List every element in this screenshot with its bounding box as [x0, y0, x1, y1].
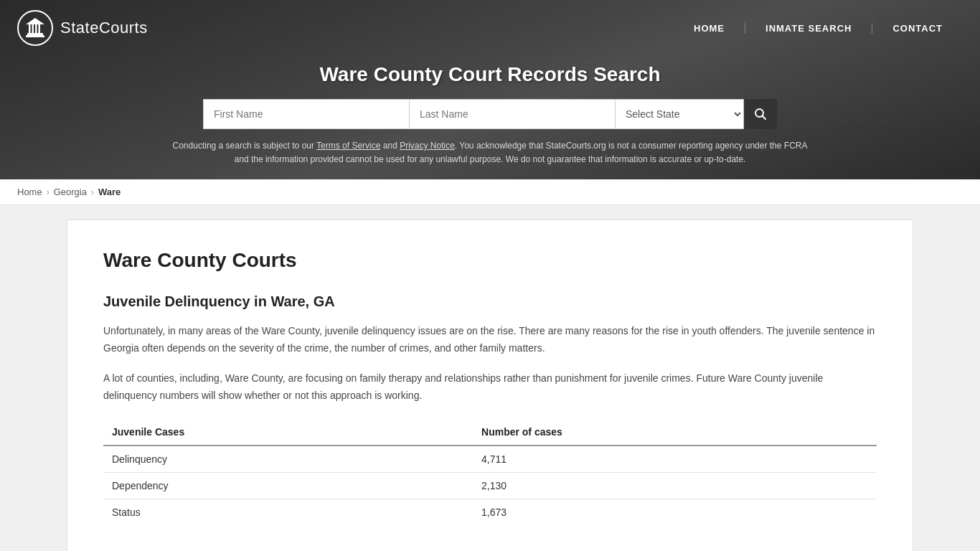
- svg-rect-2: [29, 24, 31, 33]
- svg-rect-3: [32, 24, 34, 33]
- last-name-input[interactable]: [409, 99, 615, 129]
- table-header-row: Juvenile Cases Number of cases: [103, 419, 877, 446]
- col-header-cases: Juvenile Cases: [103, 419, 473, 446]
- breadcrumb-sep-2: ›: [91, 187, 94, 197]
- search-icon: [754, 108, 767, 121]
- state-select[interactable]: Select StateAlabamaAlaskaArizonaArkansas…: [615, 99, 744, 129]
- case-type-cell: Delinquency: [103, 446, 473, 473]
- juvenile-cases-table: Juvenile Cases Number of cases Delinquen…: [103, 419, 877, 525]
- table-row: Status 1,673: [103, 499, 877, 525]
- breadcrumb: Home › Georgia › Ware: [0, 179, 980, 205]
- table-head: Juvenile Cases Number of cases: [103, 419, 877, 446]
- section-title: Juvenile Delinquency in Ware, GA: [103, 293, 877, 310]
- header: StateCourts HOME INMATE SEARCH CONTACT W…: [0, 0, 980, 179]
- body-paragraph-1: Unfortunately, in many areas of the Ware…: [103, 323, 877, 357]
- svg-line-8: [763, 116, 766, 120]
- logo-text: StateCourts: [60, 19, 148, 37]
- breadcrumb-state[interactable]: Georgia: [54, 187, 87, 197]
- main-content: Ware County Courts Juvenile Delinquency …: [0, 205, 980, 551]
- nav-bar: StateCourts HOME INMATE SEARCH CONTACT: [0, 0, 980, 56]
- case-type-cell: Status: [103, 499, 473, 525]
- svg-rect-5: [39, 24, 41, 33]
- search-button[interactable]: [744, 99, 777, 129]
- page-title: Ware County Courts: [103, 249, 877, 272]
- col-header-count: Number of cases: [473, 419, 877, 446]
- case-count-cell: 1,673: [473, 499, 877, 525]
- disclaimer-text: Conducting a search is subject to our Te…: [167, 139, 813, 166]
- content-card: Ware County Courts Juvenile Delinquency …: [67, 220, 913, 551]
- nav-home[interactable]: HOME: [674, 23, 745, 34]
- privacy-link[interactable]: Privacy Notice: [400, 141, 455, 151]
- search-section: Ware County Court Records Search Select …: [0, 56, 980, 179]
- search-bar: Select StateAlabamaAlaskaArizonaArkansas…: [203, 99, 777, 129]
- table-body: Delinquency 4,711 Dependency 2,130 Statu…: [103, 446, 877, 525]
- breadcrumb-county: Ware: [98, 187, 121, 197]
- first-name-input[interactable]: [203, 99, 409, 129]
- terms-link[interactable]: Terms of Service: [316, 141, 380, 151]
- header-content: StateCourts HOME INMATE SEARCH CONTACT W…: [0, 0, 980, 179]
- svg-rect-0: [27, 33, 43, 35]
- nav-links: HOME INMATE SEARCH CONTACT: [674, 23, 963, 34]
- body-paragraph-2: A lot of counties, including, Ware Count…: [103, 370, 877, 405]
- search-title: Ware County Court Records Search: [14, 63, 966, 86]
- logo-icon: [17, 10, 53, 46]
- logo-link[interactable]: StateCourts: [17, 10, 148, 46]
- nav-contact[interactable]: CONTACT: [872, 23, 963, 34]
- logo-svg: [24, 17, 46, 39]
- svg-rect-4: [35, 24, 37, 33]
- breadcrumb-sep-1: ›: [47, 187, 50, 197]
- svg-rect-1: [26, 35, 44, 37]
- case-count-cell: 4,711: [473, 446, 877, 473]
- case-count-cell: 2,130: [473, 472, 877, 499]
- table-row: Delinquency 4,711: [103, 446, 877, 473]
- nav-inmate-search[interactable]: INMATE SEARCH: [745, 23, 872, 34]
- table-row: Dependency 2,130: [103, 472, 877, 499]
- svg-marker-6: [26, 18, 44, 24]
- breadcrumb-home[interactable]: Home: [17, 187, 42, 197]
- case-type-cell: Dependency: [103, 472, 473, 499]
